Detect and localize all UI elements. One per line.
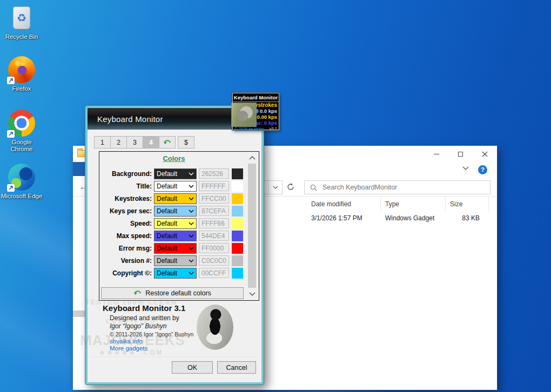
keystrokes-color-select[interactable]: Default	[154, 193, 197, 204]
icon-label: Recycle Bin	[0, 33, 43, 40]
select-value: Default	[157, 257, 177, 265]
keystrokes-color-swatch	[232, 193, 243, 204]
shvaika-info-link[interactable]: shvaika.info	[110, 338, 143, 344]
select-value: Default	[157, 232, 177, 240]
scrollbar-thumb[interactable]	[248, 164, 256, 288]
firefox-icon	[8, 56, 35, 83]
desktop-icon-google-chrome[interactable]: Google Chrome	[0, 110, 43, 153]
shortcut-arrow-icon	[7, 77, 15, 84]
error-msg-hex-field[interactable]: FF0000	[199, 243, 229, 253]
background-hex-field[interactable]: 262526	[199, 168, 229, 179]
about-line: Designed and written by	[110, 314, 261, 322]
background-color-select[interactable]: Default	[154, 168, 197, 179]
restore-button-label: Restore default colors	[145, 289, 211, 297]
dialog-title: Keyboard Monitor	[97, 114, 163, 124]
scroll-up-button[interactable]	[247, 154, 257, 163]
version-color-swatch	[232, 255, 243, 266]
copyright-hex-field[interactable]: 00CCFF	[199, 268, 229, 278]
tab-3[interactable]: 3	[126, 136, 143, 148]
chevron-down-icon	[189, 247, 194, 250]
about-copyright: © 2011-2026 Igor “Igogo” Bushyn	[110, 331, 261, 337]
recycle-bin-icon: ♻	[8, 4, 35, 31]
color-row-keystrokes: Keystrokes: Default FFCC00	[99, 192, 243, 205]
scroll-down-button[interactable]	[247, 290, 257, 299]
color-row-title: Title: Default FFFFFF	[99, 180, 243, 192]
close-button[interactable]	[473, 146, 497, 162]
column-header-date-modified[interactable]: Date modified	[307, 197, 381, 212]
dialog-separator	[91, 357, 258, 358]
about-app-title: Keyboard Monitor 3.1	[103, 303, 261, 313]
ok-button[interactable]: OK	[172, 361, 213, 374]
colors-scrollbar[interactable]	[247, 154, 257, 299]
ribbon-collapse-button[interactable]	[462, 166, 469, 171]
select-value: Default	[157, 195, 177, 202]
tab-reset[interactable]	[159, 136, 176, 148]
file-row[interactable]: 3/1/2026 1:57 PM Windows Gadget 83 KB	[307, 212, 497, 225]
speed-hex-field[interactable]: FFFF66	[199, 218, 229, 228]
more-gadgets-link[interactable]: More gadgets	[110, 345, 147, 352]
select-value: Default	[157, 183, 177, 190]
row-label: Title:	[99, 183, 154, 190]
help-button[interactable]: ?	[478, 165, 487, 174]
keystrokes-hex-field[interactable]: FFCC00	[199, 193, 229, 204]
file-date-modified: 3/1/2026 1:57 PM	[307, 212, 381, 225]
error-msg-color-select[interactable]: Default	[154, 243, 197, 254]
color-row-speed: Speed: Default FFFF66	[99, 217, 243, 229]
colors-heading: Colors	[99, 154, 248, 163]
desktop-icon-recycle-bin[interactable]: ♻ Recycle Bin	[0, 4, 43, 40]
copyright-color-swatch	[232, 268, 243, 279]
chevron-down-icon	[189, 259, 194, 262]
color-row-keys-per-sec: Keys per sec: Default 87CEFA	[99, 205, 243, 217]
keys-per-sec-hex-field[interactable]: 87CEFA	[199, 206, 229, 216]
icon-label: Google Chrome	[0, 139, 43, 153]
cancel-button[interactable]: Cancel	[217, 361, 256, 374]
chevron-down-icon	[189, 185, 194, 188]
column-header-type[interactable]: Type	[381, 197, 446, 212]
chevron-down-icon	[189, 197, 194, 200]
cat-photo	[197, 305, 233, 350]
title-color-select[interactable]: Default	[154, 181, 197, 192]
address-dropdown-button[interactable]	[268, 181, 282, 194]
search-input[interactable]: Search KeyboardMonitor	[304, 180, 490, 194]
speed-color-select[interactable]: Default	[154, 218, 197, 229]
copyright-color-select[interactable]: Default	[154, 268, 197, 279]
search-icon	[310, 184, 317, 191]
column-header-size[interactable]: Size	[446, 197, 489, 212]
chevron-down-icon	[462, 166, 469, 171]
chevron-down-icon	[249, 292, 256, 296]
title-hex-field[interactable]: FFFFFF	[199, 181, 229, 191]
select-value: Default	[157, 269, 177, 277]
desktop-icon-microsoft-edge[interactable]: Microsoft Edge	[0, 164, 43, 200]
max-speed-color-select[interactable]: Default	[154, 231, 197, 241]
select-value: Default	[157, 207, 177, 215]
chevron-down-icon	[189, 234, 194, 238]
refresh-button[interactable]	[286, 183, 295, 191]
gadget-version: v3.1	[270, 126, 277, 131]
refresh-icon	[286, 183, 295, 191]
gadget-copyright-link[interactable]: © 2026 by Igogo	[234, 126, 264, 131]
color-row-background: Background: Default 262526	[99, 167, 243, 180]
icon-label: Microsoft Edge	[0, 193, 43, 200]
row-label: Max speed:	[99, 232, 154, 240]
maximize-button[interactable]	[448, 146, 473, 162]
max-speed-hex-field[interactable]: 544DE4	[199, 231, 229, 241]
minimize-button[interactable]	[424, 146, 448, 162]
tab-1[interactable]: 1	[94, 136, 111, 148]
color-row-version: Version #: Default C0C0C0	[99, 254, 243, 267]
version-hex-field[interactable]: C0C0C0	[199, 255, 229, 266]
tab-4-selected[interactable]: 4	[143, 136, 159, 148]
close-icon	[482, 151, 488, 157]
desktop-icon-firefox[interactable]: Firefox	[0, 56, 43, 92]
color-row-max-speed: Max speed: Default 544DE4	[99, 229, 243, 242]
chrome-icon	[8, 110, 35, 137]
about-section: Keyboard Monitor 3.1 Designed and writte…	[88, 303, 261, 352]
keys-per-sec-color-select[interactable]: Default	[154, 206, 197, 217]
undo-arrow-icon	[133, 290, 142, 296]
tab-donate[interactable]: $	[178, 136, 194, 148]
restore-default-colors-button[interactable]: Restore default colors	[101, 287, 244, 299]
select-value: Default	[157, 220, 177, 227]
dialog-body: 1 2 3 4 $ Colors Background: Default	[88, 130, 261, 382]
version-color-select[interactable]: Default	[154, 255, 197, 266]
tab-2[interactable]: 2	[110, 136, 127, 148]
error-msg-color-swatch	[232, 243, 243, 254]
